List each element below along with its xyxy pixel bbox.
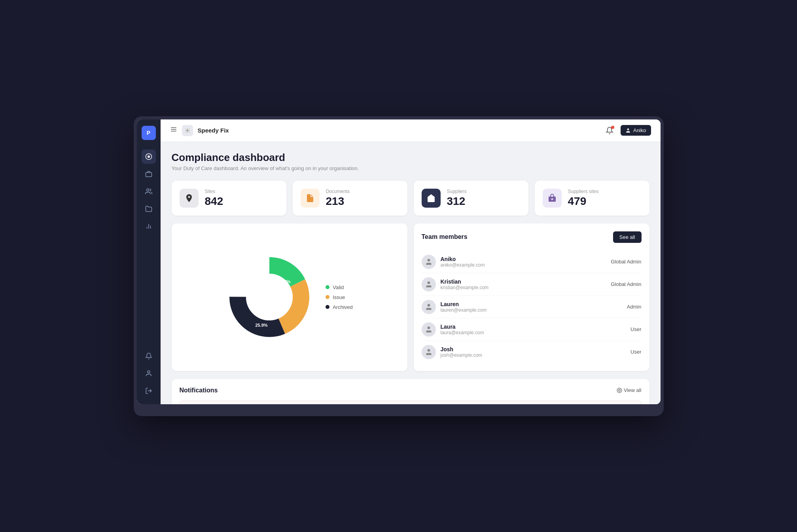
svg-point-28 bbox=[427, 349, 430, 352]
sidebar-item-profile[interactable] bbox=[142, 366, 156, 381]
header: Speedy Fix Aniko bbox=[161, 119, 661, 142]
see-all-button[interactable]: See all bbox=[613, 231, 642, 243]
sidebar-bottom bbox=[142, 349, 156, 398]
member-name-kristian: Kristian bbox=[441, 278, 611, 285]
svg-point-27 bbox=[427, 326, 430, 329]
team-member-0: Aniko aniko@example.com Global Admin bbox=[422, 251, 642, 273]
menu-icon[interactable] bbox=[170, 126, 177, 135]
user-menu-button[interactable]: Aniko bbox=[621, 125, 651, 136]
sidebar-item-dashboard[interactable] bbox=[142, 150, 156, 164]
svg-point-25 bbox=[427, 281, 430, 284]
notification-dot bbox=[611, 126, 614, 129]
stat-card-supplier-sites: Suppliers sites 479 bbox=[535, 181, 649, 216]
documents-icon bbox=[301, 189, 320, 208]
legend-issue-label: Issue bbox=[333, 294, 345, 300]
sidebar: P bbox=[137, 119, 161, 404]
sidebar-item-logout[interactable] bbox=[142, 384, 156, 398]
legend-issue-dot bbox=[326, 295, 329, 299]
legend-valid-dot bbox=[326, 285, 329, 289]
svg-point-13 bbox=[627, 128, 629, 130]
member-name-josh: Josh bbox=[441, 346, 631, 352]
sidebar-item-briefcase[interactable] bbox=[142, 167, 156, 181]
member-role-kristian: Global Admin bbox=[611, 281, 641, 287]
sidebar-item-folder[interactable] bbox=[142, 202, 156, 216]
member-info-aniko: Aniko aniko@example.com bbox=[441, 256, 611, 268]
page-subtitle: Your Duty of Care dashboard. An overview… bbox=[172, 165, 649, 171]
member-name-lauren: Lauren bbox=[441, 301, 627, 307]
team-card: Team members See all Aniko aniko@exampl bbox=[414, 223, 649, 371]
member-role-aniko: Global Admin bbox=[611, 259, 641, 265]
team-member-2: Lauren lauren@example.com Admin bbox=[422, 296, 642, 318]
header-logo bbox=[182, 125, 193, 136]
member-email-josh: josh@example.com bbox=[441, 352, 631, 358]
member-name-laura: Laura bbox=[441, 324, 631, 330]
notification-button[interactable] bbox=[603, 124, 616, 137]
legend-archived-label: Archived bbox=[333, 304, 353, 310]
stat-card-sites: Sites 842 bbox=[172, 181, 286, 216]
main-content: Speedy Fix Aniko Compliance dashboard Yo… bbox=[161, 119, 661, 404]
notification-item-0: ! Supplier certificate - Expiry notice (… bbox=[180, 400, 642, 404]
view-all-button[interactable]: View all bbox=[617, 387, 642, 393]
svg-point-3 bbox=[146, 189, 149, 191]
suppliers-value: 312 bbox=[447, 195, 467, 208]
svg-point-1 bbox=[148, 155, 150, 158]
chart-card: 42.6% 25.9% 31.5% Valid bbox=[172, 223, 407, 371]
svg-point-7 bbox=[148, 371, 150, 373]
sites-label: Sites bbox=[205, 189, 223, 194]
member-role-lauren: Admin bbox=[627, 304, 642, 310]
supplier-sites-label: Suppliers sites bbox=[568, 189, 599, 194]
member-avatar-laura bbox=[422, 322, 436, 337]
svg-text:42.6%: 42.6% bbox=[278, 279, 291, 284]
page-title: Compliance dashboard bbox=[172, 151, 649, 164]
svg-rect-2 bbox=[146, 172, 151, 177]
member-role-laura: User bbox=[630, 326, 641, 332]
sidebar-item-team[interactable] bbox=[142, 184, 156, 199]
notifications-title: Notifications bbox=[180, 387, 218, 394]
member-info-josh: Josh josh@example.com bbox=[441, 346, 631, 358]
team-member-3: Laura laura@example.com User bbox=[422, 318, 642, 341]
member-info-lauren: Lauren lauren@example.com bbox=[441, 301, 627, 313]
stats-row: Sites 842 Documents 213 bbox=[172, 181, 649, 216]
member-avatar-aniko bbox=[422, 255, 436, 269]
suppliers-icon bbox=[422, 189, 441, 208]
member-email-kristian: kristian@example.com bbox=[441, 285, 611, 290]
member-email-laura: laura@example.com bbox=[441, 330, 631, 335]
member-info-laura: Laura laura@example.com bbox=[441, 324, 631, 335]
stat-card-documents: Documents 213 bbox=[293, 181, 407, 216]
suppliers-label: Suppliers bbox=[447, 189, 467, 194]
team-member-1: Kristian kristian@example.com Global Adm… bbox=[422, 273, 642, 296]
legend-archived-dot bbox=[326, 305, 329, 309]
suppliers-info: Suppliers 312 bbox=[447, 189, 467, 208]
supplier-sites-icon bbox=[543, 189, 562, 208]
sidebar-logo: P bbox=[142, 126, 156, 140]
svg-text:25.9%: 25.9% bbox=[256, 323, 268, 328]
supplier-sites-value: 479 bbox=[568, 195, 599, 208]
svg-point-26 bbox=[427, 304, 430, 307]
member-name-aniko: Aniko bbox=[441, 256, 611, 262]
chart-legend: Valid Issue Archived bbox=[326, 284, 353, 310]
legend-archived: Archived bbox=[326, 304, 353, 310]
svg-text:31.5%: 31.5% bbox=[242, 289, 254, 294]
member-info-kristian: Kristian kristian@example.com bbox=[441, 278, 611, 290]
member-role-josh: User bbox=[630, 349, 641, 355]
sites-icon bbox=[180, 189, 199, 208]
sites-info: Sites 842 bbox=[205, 189, 223, 208]
sidebar-item-notifications[interactable] bbox=[142, 349, 156, 363]
legend-valid-label: Valid bbox=[333, 284, 344, 290]
view-all-label: View all bbox=[624, 387, 642, 393]
legend-issue: Issue bbox=[326, 294, 353, 300]
team-members-list: Aniko aniko@example.com Global Admin bbox=[422, 251, 642, 363]
team-title: Team members bbox=[422, 233, 468, 240]
team-member-4: Josh josh@example.com User bbox=[422, 341, 642, 363]
legend-valid: Valid bbox=[326, 284, 353, 290]
svg-point-30 bbox=[619, 389, 621, 391]
sites-value: 842 bbox=[205, 195, 223, 208]
sidebar-item-reports[interactable] bbox=[142, 219, 156, 233]
header-right: Aniko bbox=[603, 124, 651, 137]
main-grid: 42.6% 25.9% 31.5% Valid bbox=[172, 223, 649, 371]
team-header: Team members See all bbox=[422, 231, 642, 243]
header-app-title: Speedy Fix bbox=[198, 127, 229, 134]
member-email-lauren: lauren@example.com bbox=[441, 307, 627, 313]
notifications-card: Notifications View all ! Supplier certif… bbox=[172, 379, 649, 404]
stat-card-suppliers: Suppliers 312 bbox=[414, 181, 528, 216]
